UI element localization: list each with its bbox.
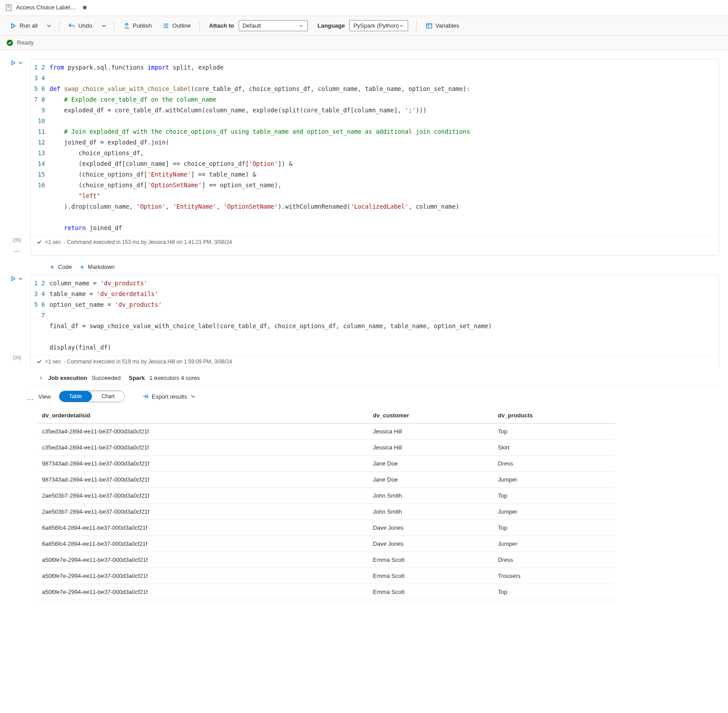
plus-icon	[49, 264, 55, 270]
job-execution-row[interactable]: Job execution Succeeded Spark 1 executor…	[30, 371, 719, 385]
add-code-button[interactable]: Code	[49, 264, 72, 270]
code-editor[interactable]: from pyspark.sql.functions import split,…	[50, 62, 719, 233]
play-icon	[10, 22, 17, 29]
column-header[interactable]: dv_orderdetailsid	[38, 408, 369, 424]
code-cell: [38] 1 2 3 4 5 6 7 column_name = 'dv_pro…	[0, 275, 728, 367]
table-cell: Jessica Hill	[369, 424, 494, 440]
cell-output: Job execution Succeeded Spark 1 executor…	[0, 371, 719, 600]
table-cell: c35ed3a4-2894-ee11-be37-000d3a0cf21f	[38, 440, 369, 456]
tab-bar: Access Choice Label…	[0, 0, 728, 16]
results-table: dv_orderdetailsiddv_customerdv_products …	[38, 408, 616, 600]
table-cell: 987343ad-2894-ee11-be37-000d3a0cf21f	[38, 456, 369, 472]
column-header[interactable]: dv_customer	[369, 408, 494, 424]
toolbar: Run all Undo Publish Outline Attach to D…	[0, 16, 728, 36]
table-cell: Skirt	[494, 440, 616, 456]
table-cell: Emma Scott	[369, 584, 494, 600]
table-row[interactable]: 987343ad-2894-ee11-be37-000d3a0cf21fJane…	[38, 472, 616, 488]
attach-to-label: Attach to	[209, 22, 234, 29]
separator	[416, 21, 417, 31]
status-bar: Ready	[0, 36, 728, 50]
column-header[interactable]: dv_products	[494, 408, 616, 424]
variables-button[interactable]: Variables	[421, 20, 463, 32]
notebook-tab[interactable]: Access Choice Label…	[3, 1, 94, 15]
add-markdown-button[interactable]: Markdown	[79, 264, 115, 270]
table-cell: a506fe7e-2994-ee11-be37-000d3a0cf21f	[38, 568, 369, 584]
attach-to-dropdown[interactable]: Default	[239, 20, 308, 31]
run-cell-button[interactable]	[10, 276, 17, 282]
separator	[59, 21, 59, 31]
code-cell: [35] ⋯ 1 2 3 4 5 6 7 8 9 10 11 12 13 14 …	[0, 59, 728, 256]
success-icon	[36, 359, 42, 365]
table-row[interactable]: 987343ad-2894-ee11-be37-000d3a0cf21fJane…	[38, 456, 616, 472]
table-cell: Emma Scott	[369, 568, 494, 584]
table-cell: Dave Jones	[369, 536, 494, 552]
execution-count: [35]	[13, 237, 21, 243]
table-row[interactable]: 2ae503b7-2894-ee11-be37-000d3a0cf21fJohn…	[38, 504, 616, 520]
table-row[interactable]: c35ed3a4-2894-ee11-be37-000d3a0cf21fJess…	[38, 440, 616, 456]
table-cell: 6a856fc4-2894-ee11-be37-000d3a0cf21f	[38, 520, 369, 536]
view-chart-button[interactable]: Chart	[92, 391, 124, 402]
view-toggle-row: View Table Chart Export results	[30, 385, 719, 408]
table-row[interactable]: 6a856fc4-2894-ee11-be37-000d3a0cf21fDave…	[38, 536, 616, 552]
chevron-right-icon	[38, 375, 44, 381]
success-icon	[36, 239, 42, 245]
cell-menu-button[interactable]	[17, 276, 24, 282]
run-all-dropdown[interactable]	[44, 20, 54, 32]
separator	[199, 21, 200, 31]
cell-body[interactable]: 1 2 3 4 5 6 7 column_name = 'dv_products…	[30, 275, 719, 367]
svg-marker-3	[12, 24, 15, 28]
undo-button[interactable]: Undo	[64, 20, 96, 32]
status-text: Ready	[17, 39, 34, 46]
table-cell: Top	[494, 584, 616, 600]
table-row[interactable]: a506fe7e-2994-ee11-be37-000d3a0cf21fEmma…	[38, 584, 616, 600]
view-table-button[interactable]: Table	[59, 391, 92, 402]
undo-dropdown[interactable]	[99, 20, 109, 32]
chevron-down-icon	[190, 393, 197, 400]
table-cell: Jumper	[494, 472, 616, 488]
table-cell: Trousers	[494, 568, 616, 584]
cell-menu-button[interactable]	[17, 60, 24, 66]
publish-button[interactable]: Publish	[119, 20, 157, 32]
table-cell: c35ed3a4-2894-ee11-be37-000d3a0cf21f	[38, 424, 369, 440]
more-cell-actions[interactable]: ⋯	[27, 395, 34, 404]
view-label: View	[38, 393, 51, 400]
table-cell: Dress	[494, 552, 616, 568]
unsaved-indicator-icon	[83, 6, 87, 9]
table-cell: Jane Doe	[369, 472, 494, 488]
svg-marker-11	[12, 61, 15, 65]
cell-status: <1 sec - Command executed in 519 ms by J…	[31, 355, 719, 367]
run-all-button[interactable]: Run all	[5, 20, 42, 32]
language-dropdown[interactable]: PySpark (Python)	[349, 20, 408, 31]
chevron-down-icon	[46, 22, 53, 29]
chevron-down-icon	[298, 23, 304, 29]
language-label: Language	[318, 22, 345, 29]
export-results-button[interactable]: Export results	[142, 393, 197, 400]
chevron-down-icon	[399, 23, 404, 29]
line-numbers: 1 2 3 4 5 6 7 8 9 10 11 12 13 14 15 16	[31, 62, 50, 233]
table-row[interactable]: 2ae503b7-2894-ee11-be37-000d3a0cf21fJohn…	[38, 488, 616, 504]
cell-body[interactable]: 1 2 3 4 5 6 7 8 9 10 11 12 13 14 15 16 f…	[30, 59, 719, 256]
notebook-content: [35] ⋯ 1 2 3 4 5 6 7 8 9 10 11 12 13 14 …	[0, 50, 728, 600]
more-cell-actions[interactable]: ⋯	[13, 247, 21, 256]
run-cell-button[interactable]	[10, 60, 17, 66]
add-cell-bar: Code Markdown	[0, 259, 728, 275]
table-cell: Dave Jones	[369, 520, 494, 536]
table-cell: Jane Doe	[369, 456, 494, 472]
table-cell: a506fe7e-2994-ee11-be37-000d3a0cf21f	[38, 552, 369, 568]
line-numbers: 1 2 3 4 5 6 7	[31, 278, 50, 353]
execution-count: [38]	[13, 355, 21, 360]
tab-title: Access Choice Label…	[16, 4, 76, 11]
table-cell: Emma Scott	[369, 552, 494, 568]
notebook-icon	[5, 4, 12, 11]
outline-button[interactable]: Outline	[158, 20, 195, 32]
table-row[interactable]: a506fe7e-2994-ee11-be37-000d3a0cf21fEmma…	[38, 568, 616, 584]
cell-gutter: [38]	[4, 275, 30, 367]
export-icon	[142, 393, 149, 400]
outline-icon	[162, 22, 170, 29]
table-row[interactable]: c35ed3a4-2894-ee11-be37-000d3a0cf21fJess…	[38, 424, 616, 440]
table-row[interactable]: a506fe7e-2994-ee11-be37-000d3a0cf21fEmma…	[38, 552, 616, 568]
success-icon	[6, 39, 13, 46]
code-editor[interactable]: column_name = 'dv_products' table_name =…	[50, 278, 719, 353]
chevron-down-icon	[100, 22, 108, 29]
table-row[interactable]: 6a856fc4-2894-ee11-be37-000d3a0cf21fDave…	[38, 520, 616, 536]
